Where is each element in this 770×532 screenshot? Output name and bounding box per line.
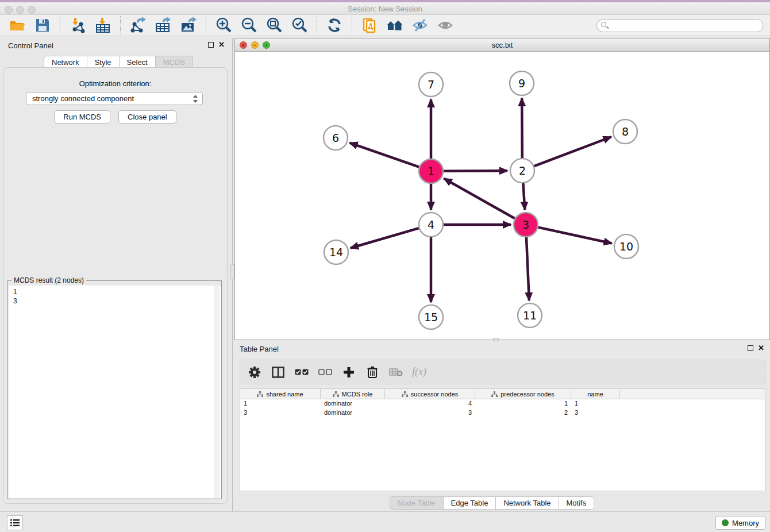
column-header-shared-name[interactable]: shared name — [240, 389, 321, 399]
delete-column-button[interactable] — [365, 365, 380, 380]
cell-successor-nodes[interactable]: 3 — [385, 408, 475, 418]
graph-edge-3-10[interactable] — [538, 228, 611, 244]
mcds-panel: Optimization criterion: strongly connect… — [3, 67, 228, 504]
delete-table-icon — [389, 368, 403, 377]
cell-predecessor-nodes[interactable]: 2 — [475, 408, 571, 418]
graph-node-label-1: 1 — [428, 165, 434, 178]
tab-network-table[interactable]: Network Table — [496, 496, 559, 510]
duplicate-network-button[interactable] — [360, 16, 379, 34]
float-panel-icon[interactable] — [208, 42, 214, 48]
tab-edge-table[interactable]: Edge Table — [444, 496, 496, 510]
list-icon — [10, 519, 20, 527]
table-row[interactable]: 1 dominator 4 1 1 — [240, 399, 765, 408]
import-table-icon — [94, 17, 111, 34]
run-mcds-button[interactable]: Run MCDS — [54, 110, 110, 124]
cell-mcds-role[interactable]: dominator — [321, 399, 385, 408]
vertical-splitter[interactable] — [230, 38, 234, 511]
import-network-icon — [69, 17, 86, 34]
criterion-value: strongly connected component — [32, 94, 134, 103]
save-session-button[interactable] — [33, 16, 52, 34]
control-panel-header: Control Panel ✕ — [0, 38, 230, 54]
graph-edge-1-6[interactable] — [350, 143, 419, 167]
zoom-out-button[interactable] — [240, 16, 258, 34]
graph-edge-2-9[interactable] — [522, 98, 522, 158]
column-header-successor-nodes[interactable]: successor nodes — [385, 389, 475, 399]
status-bar: Memory — [0, 511, 770, 532]
memory-button[interactable]: Memory — [715, 516, 765, 530]
graph-edge-4-14[interactable] — [351, 228, 419, 248]
toggle-column-view-button[interactable] — [271, 365, 286, 380]
tab-motifs[interactable]: Motifs — [559, 496, 595, 510]
refresh-button[interactable] — [325, 16, 344, 34]
cell-name[interactable]: 3 — [571, 408, 620, 418]
network-window-titlebar[interactable]: × − + scc.txt — [235, 38, 769, 52]
network-canvas-svg[interactable]: 7968124314101511 — [235, 52, 769, 340]
import-table-button[interactable] — [94, 16, 112, 34]
search-field-wrap — [596, 19, 763, 32]
table-panel-tabs: Node Table Edge Table Network Table Moti… — [390, 496, 594, 510]
mcds-result-area[interactable]: 1 3 — [9, 286, 221, 498]
graph-node-label-6: 6 — [332, 132, 339, 144]
app-title: Session: New Session — [0, 5, 770, 13]
zoom-selected-button[interactable] — [290, 16, 309, 34]
graph-node-label-9: 9 — [518, 77, 525, 90]
delete-table-button[interactable] — [388, 365, 403, 380]
trash-icon — [367, 366, 378, 379]
graph-edge-2-8[interactable] — [534, 137, 611, 166]
mcds-result-values: 1 3 — [9, 286, 221, 306]
cell-name[interactable]: 1 — [571, 399, 620, 408]
cell-predecessor-nodes[interactable]: 1 — [475, 399, 571, 408]
graph-node-label-15: 15 — [424, 311, 438, 323]
open-session-button[interactable] — [8, 16, 26, 34]
export-table-button[interactable] — [154, 16, 172, 34]
cell-mcds-role[interactable]: dominator — [321, 408, 385, 418]
result-scrollbar[interactable] — [214, 286, 220, 498]
zoom-fit-icon — [265, 17, 283, 34]
refresh-icon — [326, 17, 342, 33]
graph-edge-2-3[interactable] — [523, 183, 525, 210]
memory-status-icon — [722, 519, 729, 526]
float-table-panel-icon[interactable] — [748, 345, 753, 351]
create-column-button[interactable] — [341, 365, 356, 380]
unselect-all-columns-button[interactable] — [318, 365, 333, 380]
table-row[interactable]: 3 dominator 3 2 3 — [240, 408, 765, 418]
dropdown-stepper-icon — [192, 94, 198, 104]
tab-node-table[interactable]: Node Table — [390, 496, 444, 510]
plus-icon — [343, 367, 355, 378]
export-network-button[interactable] — [129, 16, 147, 34]
table-settings-button[interactable] — [247, 365, 262, 380]
cell-shared-name[interactable]: 1 — [240, 399, 321, 408]
close-panel-icon[interactable]: ✕ — [218, 42, 225, 48]
import-network-button[interactable] — [68, 16, 87, 34]
graph-node-label-4: 4 — [428, 218, 434, 231]
criterion-dropdown[interactable]: strongly connected component — [26, 92, 203, 105]
column-header-mcds-role[interactable]: MCDS role — [321, 389, 385, 399]
memory-label: Memory — [732, 519, 759, 527]
export-image-button[interactable] — [179, 16, 198, 34]
show-graphics-details-button[interactable] — [436, 16, 455, 34]
column-header-name[interactable]: name — [571, 389, 620, 399]
graph-edge-3-1[interactable] — [444, 179, 515, 218]
close-table-panel-icon[interactable]: ✕ — [758, 345, 764, 351]
function-builder-button[interactable]: f(x) — [412, 365, 426, 380]
column-header-predecessor-nodes[interactable]: predecessor nodes — [475, 389, 571, 399]
cell-shared-name[interactable]: 3 — [240, 408, 321, 418]
home-view-button[interactable] — [386, 16, 404, 34]
zoom-in-button[interactable] — [214, 16, 233, 34]
eye-slash-icon — [411, 17, 429, 33]
fx-icon: f(x) — [412, 366, 426, 378]
checked-boxes-icon — [295, 369, 309, 376]
select-all-columns-button[interactable] — [294, 365, 309, 380]
close-panel-button[interactable]: Close panel — [118, 110, 176, 124]
splitter-grip[interactable] — [230, 264, 234, 279]
zoom-out-icon — [240, 17, 257, 34]
zoom-fit-button[interactable] — [265, 16, 283, 34]
graph-edge-3-11[interactable] — [526, 237, 529, 300]
table-panel-header: Table Panel ✕ — [234, 341, 770, 357]
search-input[interactable] — [596, 19, 763, 32]
hide-graphics-details-button[interactable] — [411, 16, 429, 34]
task-history-button[interactable] — [7, 515, 23, 530]
graph-node-label-2: 2 — [519, 164, 526, 177]
graph-edge-1-2[interactable] — [444, 171, 507, 171]
cell-successor-nodes[interactable]: 4 — [385, 399, 475, 408]
